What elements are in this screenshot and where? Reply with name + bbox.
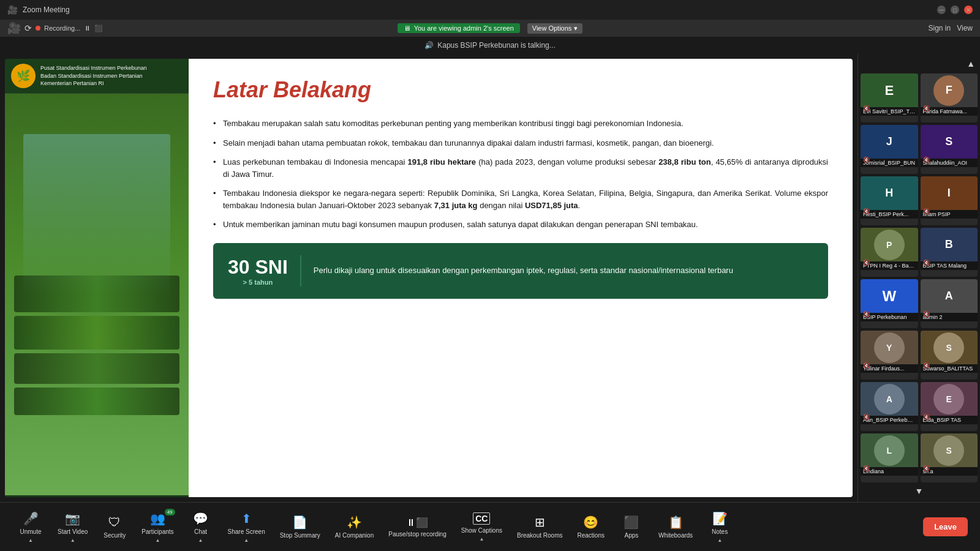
rec-dot: [36, 26, 40, 31]
speaker-banner: 🔊 Kapus BSIP Perkebunan is talking...: [0, 37, 980, 54]
captions-chevron: ▲: [479, 536, 484, 542]
participants-button[interactable]: 49 👥 Participants ▲: [135, 508, 179, 547]
participant-card: L Lindiana 🔇: [861, 433, 918, 482]
speaker-text: Kapus BSIP Perkebunan is talking...: [437, 41, 556, 50]
share-screen-label: Share Screen: [228, 528, 265, 535]
video-chevron: ▲: [70, 538, 75, 543]
chat-button[interactable]: 💬 Chat ▲: [183, 508, 219, 547]
participants-icon: 👥: [150, 511, 165, 526]
apps-label: Apps: [625, 532, 639, 539]
panel-chevron-down[interactable]: ▼: [915, 486, 924, 496]
participant-card: S Shalahuddiin_AOI 🔇: [921, 125, 978, 174]
apps-button[interactable]: ⬛ Apps: [613, 511, 650, 542]
p-mic-icon: 🔇: [923, 105, 930, 111]
participant-card: J Jomisrial_BSIP_BUN 🔇: [861, 125, 918, 174]
stop-summary-button[interactable]: 📄 Stop Summary: [274, 511, 326, 542]
participant-card: H Hesti_BSIP Perk... 🔇: [861, 176, 918, 225]
screen-share-text: You are viewing admin 2's screen: [414, 24, 514, 32]
recording-badge: 🎥 ⟳ Recording... ⏸ ⬛: [7, 21, 103, 35]
close-button[interactable]: ✕: [964, 6, 973, 14]
unmute-button[interactable]: 🎤 Unmute ▲: [12, 508, 49, 547]
participant-card: P PTPN I Reg 4 - Bamb... 🔇: [861, 228, 918, 277]
bullet-3: Luas perkebunan tembakau di Indonesia me…: [213, 156, 828, 180]
p-avatar: A: [921, 279, 978, 313]
security-button[interactable]: 🛡 Security: [96, 512, 133, 542]
captions-icon: CC: [473, 512, 490, 525]
p-avatar: H: [861, 176, 918, 210]
p-mic-icon: 🔇: [863, 465, 870, 471]
sni-box: 30 SNI > 5 tahun Perlu dikaji ulang untu…: [213, 243, 828, 299]
p-mic-icon: 🔇: [863, 260, 870, 266]
whiteboards-button[interactable]: 📋 Whiteboards: [652, 511, 699, 542]
reactions-label: Reactions: [577, 532, 604, 539]
pause-recording-button[interactable]: ⏸⬛ Pause/stop recording: [382, 513, 453, 541]
p-avatar: I: [921, 176, 978, 210]
security-label: Security: [104, 532, 126, 539]
sni-number: 30 SNI > 5 tahun: [228, 255, 301, 287]
p-avatar: J: [861, 125, 918, 159]
p-avatar: S: [921, 331, 978, 364]
breakout-rooms-button[interactable]: ⊞ Breakout Rooms: [511, 511, 568, 542]
tobacco-field-image: [5, 94, 189, 495]
bullet-2: Selain menjadi bahan utama pembuatan rok…: [213, 137, 828, 149]
sni-description: Perlu dikaji ulang untuk disesuaikan den…: [314, 264, 733, 277]
p-mic-icon: 🔇: [923, 208, 930, 214]
p-mic-icon: 🔇: [923, 465, 930, 471]
maximize-button[interactable]: □: [951, 6, 959, 14]
view-options-button[interactable]: View Options ▾: [527, 23, 583, 34]
reactions-button[interactable]: 😊 Reactions: [571, 511, 610, 542]
participant-card: S Suwarso_BALITTAS 🔇: [921, 331, 978, 380]
view-link[interactable]: View: [957, 24, 973, 32]
participant-card: E Elda_BSIP TAS 🔇: [921, 382, 978, 431]
notes-chevron: ▲: [717, 538, 722, 543]
org-line3: Kementerian Pertanian RI: [40, 80, 147, 88]
pause-recording-label: Pause/stop recording: [388, 531, 447, 538]
p-avatar: B: [921, 228, 978, 261]
p-mic-icon: 🔇: [923, 362, 930, 369]
stop-summary-label: Stop Summary: [280, 532, 320, 539]
dropdown-arrow: ▾: [574, 24, 578, 32]
participant-card: E Evi Savitri_BSIP_TROA 🔇: [861, 73, 918, 122]
ai-companion-label: AI Companion: [335, 532, 374, 539]
apps-icon: ⬛: [624, 515, 639, 530]
show-captions-button[interactable]: CC Show Captions ▲: [455, 509, 508, 545]
p-mic-icon: 🔇: [923, 311, 930, 317]
participants-panel: ▲ E Evi Savitri_BSIP_TROA 🔇 F Farida Fat…: [858, 54, 980, 502]
pause-icon: ⏸: [84, 24, 91, 32]
notes-label: Notes: [712, 528, 728, 535]
toolbar: 🎤 Unmute ▲ 📷 Start Video ▲ 🛡 Security 49…: [0, 502, 980, 551]
p-mic-icon: 🔇: [923, 157, 930, 163]
app-icon: 🎥: [7, 5, 18, 15]
minimize-button[interactable]: ─: [937, 6, 946, 14]
leave-button[interactable]: Leave: [923, 517, 968, 536]
p-avatar: F: [921, 73, 978, 107]
participants-badge: 49: [165, 509, 175, 515]
zoom-topbar: 🎥 ⟳ Recording... ⏸ ⬛ 🖥 You are viewing a…: [0, 20, 980, 37]
window-title: Zoom Meeting: [23, 6, 70, 14]
p-avatar: P: [861, 228, 918, 261]
unmute-chevron: ▲: [28, 538, 33, 543]
presentation-area: 🌿 Pusat Standardisasi Instrumen Perkebun…: [0, 54, 858, 502]
p-avatar: L: [861, 433, 918, 467]
share-chevron: ▲: [244, 538, 249, 543]
sign-in-link[interactable]: Sign in: [929, 24, 951, 32]
sni-count: 30 SNI: [228, 255, 288, 279]
bullet-5: Untuk memberikan jaminan mutu bagi konsu…: [213, 219, 828, 231]
panel-chevron-up[interactable]: ▲: [967, 59, 975, 69]
start-video-button[interactable]: 📷 Start Video ▲: [51, 508, 94, 547]
bullet-4: Tembakau Indonesia diekspor ke negara-ne…: [213, 187, 828, 211]
share-screen-button[interactable]: ⬆ Share Screen ▲: [222, 508, 271, 547]
notes-icon: 📝: [712, 511, 728, 526]
chat-label: Chat: [194, 528, 207, 535]
p-mic-icon: 🔇: [923, 260, 930, 266]
view-options-label: View Options: [532, 24, 572, 32]
panel-header: ▲: [861, 56, 978, 71]
notes-button[interactable]: 📝 Notes ▲: [701, 508, 738, 547]
security-icon: 🛡: [108, 515, 121, 530]
ai-companion-button[interactable]: ✨ AI Companion: [329, 511, 380, 542]
p-mic-icon: 🔇: [863, 362, 870, 369]
p-mic-icon: 🔇: [863, 311, 870, 317]
p-avatar: A: [861, 382, 918, 416]
participant-card: S sri.a 🔇: [921, 433, 978, 482]
participant-card: Y Yulinar Firdaus... 🔇: [861, 331, 918, 380]
